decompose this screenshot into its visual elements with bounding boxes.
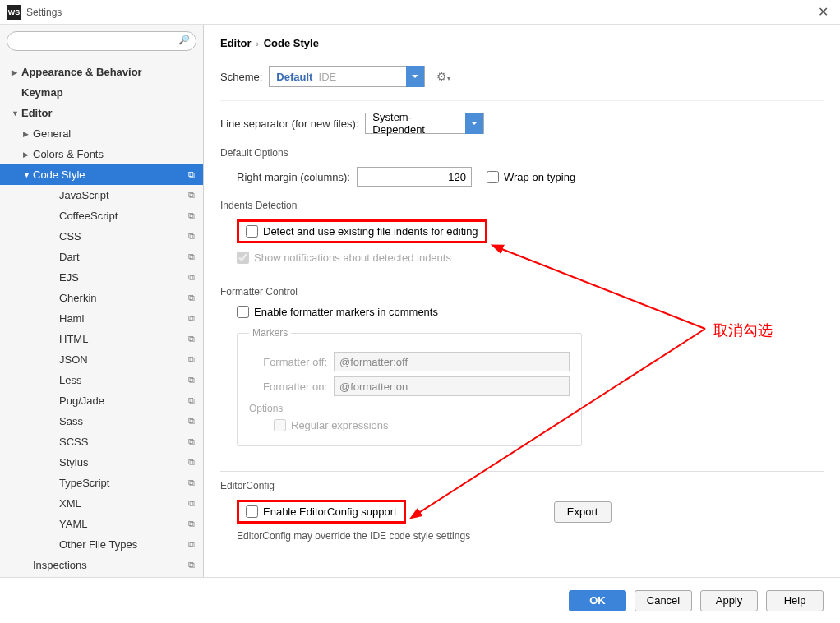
tree-item-label: Gherkin: [59, 292, 97, 304]
ok-button[interactable]: OK: [569, 590, 626, 611]
copy-icon: ⧉: [188, 539, 195, 550]
settings-tree: ▶Appearance & BehaviorKeymap▼Editor▶Gene…: [0, 58, 203, 577]
export-button[interactable]: Export: [554, 501, 612, 523]
tree-arrow-icon: ▼: [23, 171, 33, 179]
tree-item-label: Other File Types: [59, 538, 137, 551]
wrap-on-typing-checkbox[interactable]: Wrap on typing: [487, 171, 575, 183]
tree-item-javascript[interactable]: JavaScript⧉: [0, 185, 203, 205]
app-icon: WS: [7, 5, 21, 20]
tree-item-sass[interactable]: Sass⧉: [0, 411, 203, 431]
tree-item-label: CSS: [59, 230, 81, 242]
tree-item-label: Sass: [59, 415, 83, 427]
tree-item-json[interactable]: JSON⧉: [0, 349, 203, 370]
breadcrumb-parent: Editor: [220, 37, 252, 49]
show-notifications-checkbox: Show notifications about detected indent…: [237, 252, 451, 264]
tree-item-label: Colors & Fonts: [33, 148, 104, 160]
tree-item-dart[interactable]: Dart⧉: [0, 247, 203, 267]
copy-icon: ⧉: [188, 478, 195, 488]
tree-item-editor[interactable]: ▼Editor: [0, 103, 203, 123]
tree-item-label: JSON: [59, 353, 88, 366]
copy-icon: ⧉: [188, 375, 195, 385]
scheme-select[interactable]: Default IDE: [269, 66, 425, 87]
copy-icon: ⧉: [188, 190, 195, 201]
copy-icon: ⧉: [188, 457, 195, 468]
tree-item-ejs[interactable]: EJS⧉: [0, 267, 203, 288]
tree-item-general[interactable]: ▶General: [0, 123, 203, 144]
tree-arrow-icon: ▼: [12, 109, 21, 118]
search-input[interactable]: [7, 31, 196, 51]
tree-arrow-icon: ▶: [23, 130, 33, 138]
options-label: Options: [249, 403, 570, 414]
enable-formatter-checkbox[interactable]: Enable formatter markers in comments: [237, 306, 438, 318]
formatter-on-input: [334, 376, 570, 396]
copy-icon: ⧉: [188, 313, 195, 324]
tree-item-xml[interactable]: XML⧉: [0, 493, 203, 514]
tree-item-haml[interactable]: Haml⧉: [0, 308, 203, 329]
tree-item-typescript[interactable]: TypeScript⧉: [0, 473, 203, 493]
tree-item-html[interactable]: HTML⧉: [0, 329, 203, 349]
formatter-control-title: Formatter Control: [220, 286, 824, 298]
tree-item-label: Keymap: [21, 86, 63, 99]
regex-checkbox: Regular expressions: [274, 419, 389, 431]
tree-arrow-icon: ▶: [12, 68, 21, 76]
indents-detection-title: Indents Detection: [220, 200, 824, 211]
content-panel: Editor › Code Style Scheme: Default IDE …: [204, 25, 840, 577]
chevron-down-icon[interactable]: [406, 66, 424, 87]
tree-item-keymap[interactable]: Keymap: [0, 82, 203, 103]
dialog-buttons: OK Cancel Apply Help: [0, 577, 840, 623]
right-margin-label: Right margin (columns):: [237, 171, 350, 183]
breadcrumb: Editor › Code Style: [220, 36, 824, 49]
tree-item-label: SCSS: [59, 436, 88, 448]
editorconfig-title: EditorConfig: [220, 480, 824, 491]
window-title: Settings: [26, 7, 62, 18]
tree-item-label: Dart: [59, 251, 80, 263]
copy-icon: ⧉: [188, 395, 195, 406]
tree-item-yaml[interactable]: YAML⧉: [0, 514, 203, 534]
markers-group: Markers Formatter off: Formatter on: Opt…: [237, 327, 582, 446]
detect-indents-checkbox[interactable]: Detect and use existing file indents for…: [246, 225, 478, 238]
right-margin-input[interactable]: [357, 167, 472, 187]
copy-icon: ⧉: [188, 169, 195, 180]
cancel-button[interactable]: Cancel: [635, 590, 692, 611]
tree-item-css[interactable]: CSS⧉: [0, 226, 203, 247]
markers-legend: Markers: [249, 327, 291, 339]
help-button[interactable]: Help: [766, 590, 824, 611]
tree-item-other-file-types[interactable]: Other File Types⧉: [0, 534, 203, 555]
tree-arrow-icon: ▶: [23, 150, 33, 159]
tree-item-coffeescript[interactable]: CoffeeScript⧉: [0, 205, 203, 226]
tree-item-label: TypeScript: [59, 477, 109, 489]
copy-icon: ⧉: [188, 519, 195, 529]
line-sep-select[interactable]: System-Dependent: [365, 113, 484, 134]
tree-item-label: Less: [59, 374, 81, 386]
enable-editorconfig-checkbox[interactable]: Enable EditorConfig support: [246, 505, 397, 518]
tree-item-stylus[interactable]: Stylus⧉: [0, 452, 203, 473]
copy-icon: ⧉: [188, 231, 195, 242]
breadcrumb-current: Code Style: [264, 37, 319, 49]
copy-icon: ⧉: [188, 272, 195, 283]
tree-item-label: Haml: [59, 312, 84, 325]
tree-item-less[interactable]: Less⧉: [0, 370, 203, 390]
formatter-off-label: Formatter off:: [249, 356, 327, 368]
tree-item-colors-fonts[interactable]: ▶Colors & Fonts: [0, 144, 203, 164]
tree-item-inspections[interactable]: Inspections⧉: [0, 555, 203, 575]
annotation-box-editorconfig: Enable EditorConfig support: [237, 500, 406, 524]
tree-item-gherkin[interactable]: Gherkin⧉: [0, 288, 203, 308]
tree-item-label: Pug/Jade: [59, 395, 104, 407]
gear-icon[interactable]: ⚙▾: [436, 70, 450, 83]
tree-item-code-style[interactable]: ▼Code Style⧉: [0, 164, 203, 185]
tree-item-appearance-behavior[interactable]: ▶Appearance & Behavior: [0, 62, 203, 82]
copy-icon: ⧉: [188, 252, 195, 262]
tree-item-label: Editor: [21, 107, 53, 119]
tree-item-label: JavaScript: [59, 189, 109, 201]
formatter-off-input: [334, 352, 570, 371]
copy-icon: ⧉: [188, 334, 195, 344]
line-sep-label: Line separator (for new files):: [220, 118, 358, 130]
copy-icon: ⧉: [188, 354, 195, 365]
close-icon[interactable]: ✕: [813, 4, 833, 20]
tree-item-pug-jade[interactable]: Pug/Jade⧉: [0, 390, 203, 411]
tree-item-scss[interactable]: SCSS⧉: [0, 431, 203, 452]
chevron-down-icon[interactable]: [465, 113, 483, 134]
apply-button[interactable]: Apply: [700, 590, 758, 611]
tree-item-label: Inspections: [33, 559, 87, 571]
copy-icon: ⧉: [188, 416, 195, 427]
